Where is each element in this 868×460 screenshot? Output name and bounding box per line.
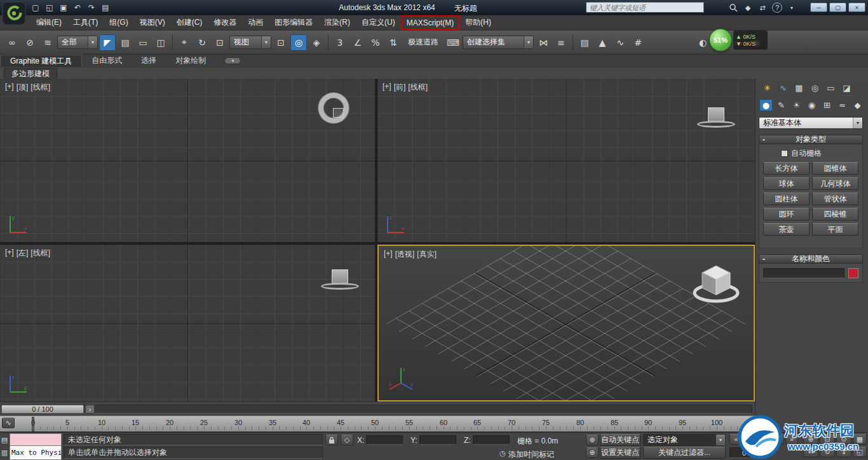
systems-category-icon[interactable]: ◆ bbox=[851, 99, 864, 111]
sphere-button[interactable]: 球体 bbox=[763, 177, 810, 190]
time-tag-clock-icon[interactable]: ◷ bbox=[496, 448, 509, 459]
tube-button[interactable]: 管状体 bbox=[812, 193, 858, 205]
undo-icon[interactable]: ↶ bbox=[71, 2, 84, 13]
space-warps-category-icon[interactable]: ≈ bbox=[836, 99, 849, 111]
tab-freeform[interactable]: 自由形式 bbox=[82, 55, 132, 67]
tab-graphite-modeling[interactable]: Graphite 建模工具 bbox=[0, 55, 82, 67]
menu-help[interactable]: 帮助(H) bbox=[459, 15, 497, 30]
unlink-selection-icon[interactable]: ⊘ bbox=[22, 34, 38, 51]
geometry-category-icon[interactable]: ● bbox=[759, 99, 773, 111]
viewport-front[interactable]: [+] [前] [线框] x z bbox=[377, 79, 755, 242]
menu-tools[interactable]: 工具(T) bbox=[67, 15, 104, 30]
go-to-start-icon[interactable]: « bbox=[729, 434, 742, 445]
time-slider-track[interactable] bbox=[1, 405, 752, 414]
auto-key-button[interactable]: 自动关键点 bbox=[600, 434, 641, 446]
ribbon-minimize-icon[interactable]: ▼ bbox=[224, 57, 241, 64]
select-and-move-icon[interactable]: ⌖ bbox=[176, 34, 193, 51]
maxscript-listener-pane[interactable]: Max to Physics ( bbox=[10, 446, 62, 460]
current-frame-field[interactable]: 0 bbox=[729, 447, 759, 458]
menu-modifiers[interactable]: 修改器 bbox=[208, 15, 242, 30]
set-key-button[interactable]: 设置关键点 bbox=[600, 447, 641, 459]
object-type-rollout-header[interactable]: - 对象类型 bbox=[759, 135, 863, 144]
cameras-category-icon[interactable]: ◉ bbox=[805, 99, 818, 111]
torus-object-front-view[interactable] bbox=[697, 121, 735, 128]
set-key-icon[interactable]: ⊕ bbox=[586, 447, 599, 458]
zoom-extents-icon[interactable]: ⊙ bbox=[836, 434, 851, 445]
save-file-icon[interactable]: ▣ bbox=[57, 2, 70, 13]
window-crossing-icon[interactable]: ◫ bbox=[153, 34, 169, 51]
keyboard-override-icon[interactable]: ⌨ bbox=[445, 34, 461, 51]
mini-curve-editor-icon[interactable]: ∿ bbox=[2, 417, 15, 428]
viewport-menu-pov[interactable]: [前] bbox=[394, 82, 406, 93]
menu-edit[interactable]: 编辑(E) bbox=[31, 15, 67, 30]
new-key-icon[interactable]: ⊕ bbox=[586, 435, 599, 445]
subscription-icon[interactable]: ◆ bbox=[743, 3, 753, 13]
pan-view-icon[interactable]: ↔ bbox=[803, 447, 818, 457]
graphite-toggle-icon[interactable]: ▲ bbox=[594, 34, 611, 51]
viewport-menu-shading[interactable]: [线框] bbox=[408, 82, 428, 93]
menu-group[interactable]: 组(G) bbox=[104, 15, 133, 30]
viewport-perspective-active[interactable]: [+] [透视] [真实] z x y bbox=[377, 245, 755, 402]
object-name-input[interactable] bbox=[763, 268, 844, 278]
viewport-menu-general[interactable]: [+] bbox=[384, 249, 393, 260]
x-coordinate-field[interactable] bbox=[366, 435, 403, 445]
motion-tab-icon[interactable]: ◎ bbox=[808, 82, 822, 94]
select-object-icon[interactable]: ◤ bbox=[99, 34, 116, 51]
material-editor-icon[interactable]: ◐ bbox=[695, 34, 711, 51]
viewport-menu-general[interactable]: [+] bbox=[5, 248, 14, 259]
viewport-menu-pov[interactable]: [左] bbox=[17, 248, 29, 259]
go-to-end-icon[interactable]: » bbox=[785, 434, 798, 445]
add-time-tag-label[interactable]: 添加时间标记 bbox=[508, 449, 554, 460]
menu-maxscript-highlighted[interactable]: MAXScript(M) bbox=[401, 15, 460, 30]
curve-editor-icon[interactable]: ∿ bbox=[612, 34, 628, 51]
viewport-left[interactable]: [+] [左] [线框] y z bbox=[0, 245, 375, 402]
time-slider-handle[interactable]: 0 / 100 bbox=[1, 405, 84, 414]
listener-script-icon[interactable]: ▥ bbox=[1, 447, 8, 458]
selection-set-dropdown[interactable]: 选定对象 ▼ bbox=[643, 434, 726, 446]
cone-button[interactable]: 圆锥体 bbox=[812, 162, 858, 175]
torus-button[interactable]: 圆环 bbox=[763, 208, 810, 220]
infocenter-menu-icon[interactable]: ▼ bbox=[787, 3, 797, 13]
shapes-category-icon[interactable]: ✎ bbox=[775, 99, 788, 111]
spinner-snap-icon[interactable]: ⇅ bbox=[385, 34, 402, 51]
display-tab-icon[interactable]: ▭ bbox=[824, 82, 837, 94]
utilities-tab-icon[interactable]: ◪ bbox=[840, 82, 853, 94]
absolute-offset-mode-icon[interactable]: ◇ bbox=[341, 435, 353, 445]
select-and-link-icon[interactable]: ∞ bbox=[4, 34, 20, 51]
z-coordinate-field[interactable] bbox=[473, 435, 510, 445]
align-icon[interactable]: ≡ bbox=[553, 34, 569, 51]
menu-rendering[interactable]: 渲染(R) bbox=[318, 15, 356, 30]
primitive-category-dropdown[interactable]: 标准基本体 ▼ bbox=[759, 117, 863, 129]
select-and-rotate-icon[interactable]: ↻ bbox=[194, 34, 210, 51]
autogrid-checkbox[interactable] bbox=[781, 150, 788, 157]
tab-object-paint[interactable]: 对象绘制 bbox=[166, 55, 215, 67]
key-filters-button[interactable]: 关键点过滤器... bbox=[643, 447, 726, 459]
box-button[interactable]: 长方体 bbox=[763, 162, 810, 175]
maxscript-macro-pane[interactable] bbox=[10, 433, 62, 446]
menu-customize[interactable]: 自定义(U) bbox=[356, 15, 401, 30]
select-by-name-icon[interactable]: ▤ bbox=[117, 34, 133, 51]
angle-snap-icon[interactable]: ∠ bbox=[349, 34, 366, 51]
maximize-viewport-icon[interactable]: ◱ bbox=[853, 447, 867, 457]
zoom-icon[interactable]: ⊕ bbox=[803, 434, 818, 445]
orbit-view-icon[interactable]: ↻ bbox=[820, 447, 835, 457]
tab-selection[interactable]: 选择 bbox=[132, 55, 166, 67]
menu-graph-editors[interactable]: 图形编辑器 bbox=[269, 15, 318, 30]
hierarchy-tab-icon[interactable]: ▦ bbox=[792, 82, 806, 94]
search-input[interactable] bbox=[586, 2, 704, 13]
selection-lock-icon[interactable] bbox=[325, 435, 338, 445]
lights-category-icon[interactable]: ☀ bbox=[790, 99, 803, 111]
close-button[interactable]: × bbox=[848, 3, 865, 12]
geosphere-button[interactable]: 几何球体 bbox=[812, 177, 858, 190]
tab-polygon-modeling[interactable]: 多边形建模 bbox=[4, 68, 57, 79]
y-coordinate-field[interactable] bbox=[419, 435, 456, 445]
new-scene-icon[interactable]: ▢ bbox=[29, 2, 42, 13]
use-pivot-point-icon[interactable]: ◎ bbox=[290, 34, 307, 51]
layer-manager-icon[interactable]: ▤ bbox=[576, 34, 593, 51]
select-and-manipulate-icon[interactable]: ◈ bbox=[308, 34, 325, 51]
teapot-button[interactable]: 茶壶 bbox=[763, 223, 810, 236]
menu-views[interactable]: 视图(V) bbox=[134, 15, 171, 30]
menu-create[interactable]: 创建(C) bbox=[171, 15, 208, 30]
field-of-view-icon[interactable]: ▦ bbox=[853, 434, 867, 445]
play-animation-icon[interactable]: ▶ bbox=[757, 434, 770, 445]
